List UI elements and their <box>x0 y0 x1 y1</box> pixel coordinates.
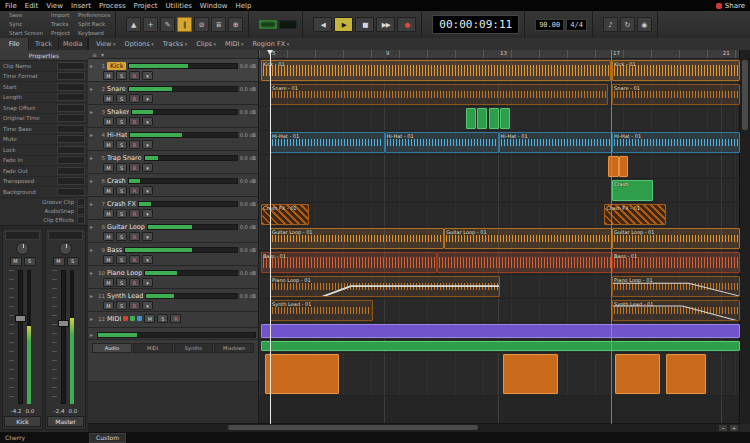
audio-clip[interactable]: Guitar Loop - 01 <box>270 228 444 249</box>
solo-button[interactable]: S <box>116 278 127 287</box>
lane-hihat[interactable]: Hi-Hat - 01 Hi-Hat - 01 Hi-Hat - 01 Hi-H… <box>259 131 740 155</box>
track-gain[interactable]: 0.0 dB <box>240 270 256 276</box>
tab-file[interactable]: File <box>0 38 29 50</box>
stop-button[interactable]: ■ <box>355 17 374 32</box>
track-gain[interactable]: 0.0 dB <box>240 178 256 184</box>
mute-button[interactable]: M <box>103 255 114 264</box>
pan-knob[interactable] <box>16 242 29 255</box>
prop-value-field[interactable] <box>57 62 85 70</box>
track-manager-icon[interactable]: ≡ <box>92 51 97 58</box>
tracks-button[interactable]: Tracks <box>51 21 70 28</box>
filter-tab-synths[interactable]: Synths <box>174 343 214 353</box>
now-time-display[interactable]: 00:00:09:11 <box>432 15 519 34</box>
time-signature-display[interactable]: 4/4 <box>566 19 587 31</box>
vertical-scrollbar-thumb[interactable] <box>742 60 748 130</box>
mute-button[interactable]: M <box>103 209 114 218</box>
fx-bin[interactable] <box>48 231 83 240</box>
audio-clip[interactable]: Guitar Loop - 01 <box>444 228 612 249</box>
menu-view[interactable]: View <box>46 2 63 10</box>
mute-button[interactable]: M <box>103 117 114 126</box>
import-button[interactable]: Import <box>51 12 70 19</box>
playhead-marker[interactable] <box>267 50 273 55</box>
expand-icon[interactable]: ▸ <box>90 62 95 69</box>
audio-clip[interactable]: Piano Loop - 01 <box>270 276 500 297</box>
audio-clip[interactable] <box>615 354 660 394</box>
filter-tab-mixdown[interactable]: Mixdown <box>214 343 254 353</box>
arm-button[interactable]: R <box>129 117 140 126</box>
volume-fader[interactable] <box>4 268 41 407</box>
track-gain[interactable]: 0.0 dB <box>240 224 256 230</box>
edit-cursor-line[interactable] <box>611 50 612 424</box>
start-screen-button[interactable]: Start Screen <box>9 30 43 37</box>
solo-button[interactable]: S <box>116 117 127 126</box>
track-name[interactable]: Shaker <box>107 108 129 116</box>
menu-project[interactable]: Project <box>134 2 158 10</box>
audio-clip[interactable]: Piano Loop - 01 <box>612 276 740 297</box>
io-dropdown-icon[interactable]: ▾ <box>142 255 153 264</box>
io-dropdown-icon[interactable]: ▾ <box>142 71 153 80</box>
track-header-guitarloop[interactable]: ▸8Guitar Loop0.0 dB MSR▾ <box>88 220 258 243</box>
menu-tv-midi[interactable]: MIDI <box>225 40 244 48</box>
fast-forward-button[interactable]: ▶▶ <box>376 17 395 32</box>
solo-button[interactable]: S <box>116 140 127 149</box>
vertical-scrollbar[interactable] <box>739 50 750 424</box>
lane-snare[interactable]: Snare - 01 Snare - 01 <box>259 83 740 107</box>
lane-kick[interactable]: Kick - 01 Kick - 01 <box>259 59 740 83</box>
fx-bin[interactable] <box>5 231 40 240</box>
lane-midi[interactable] <box>259 323 740 340</box>
audio-clip[interactable] <box>265 354 339 394</box>
pan-knob[interactable] <box>59 242 72 255</box>
menu-file[interactable]: File <box>5 2 17 10</box>
lane-guitarloop[interactable]: Guitar Loop - 01 Guitar Loop - 01 Guitar… <box>259 227 740 251</box>
lane-shaker[interactable] <box>259 107 740 131</box>
prop-value-field[interactable] <box>57 177 85 185</box>
track-header-kick[interactable]: ▸1Kick0.0 dB MSR▾ <box>88 59 258 82</box>
track-gain[interactable]: 0.0 dB <box>240 63 256 69</box>
track-name[interactable]: Synth Lead <box>107 292 143 300</box>
io-dropdown-icon[interactable]: ▾ <box>142 163 153 172</box>
expand-icon[interactable]: ▸ <box>90 131 95 138</box>
strip-solo-button[interactable]: S <box>67 257 79 266</box>
lane-synthlead[interactable]: Synth Lead - 01 Synth Lead - 01 <box>259 299 740 323</box>
audio-clip[interactable]: Hi-Hat - 01 <box>270 132 385 153</box>
audio-clip[interactable]: Kick - 01 <box>261 60 611 81</box>
audiosnap-checkbox[interactable] <box>77 207 85 215</box>
audio-clip[interactable] <box>666 354 706 394</box>
audio-clip[interactable]: Hi-Hat - 01 <box>499 132 613 153</box>
record-button[interactable]: ● <box>397 17 416 32</box>
prop-value-field[interactable] <box>57 83 85 91</box>
midi-clip[interactable] <box>466 108 476 129</box>
lane-folder-green[interactable] <box>259 340 740 353</box>
track-gain[interactable]: 0.0 dB <box>240 201 256 207</box>
track-gain[interactable]: 0.0 dB <box>240 109 256 115</box>
menu-tv-regionfx[interactable]: Region FX <box>253 40 290 48</box>
strip-name[interactable]: Kick <box>4 416 40 427</box>
audio-clip[interactable]: Bass - 01 <box>612 252 740 273</box>
io-dropdown-icon[interactable]: ▾ <box>142 278 153 287</box>
menu-tv-view[interactable]: View <box>96 40 116 48</box>
menu-insert[interactable]: Insert <box>71 2 91 10</box>
prop-value-field[interactable] <box>57 156 85 164</box>
audio-clip[interactable]: Synth Lead - 01 <box>270 300 373 321</box>
solo-button[interactable]: S <box>116 255 127 264</box>
arm-button[interactable]: R <box>129 94 140 103</box>
loop-icon[interactable]: ↻ <box>620 17 635 32</box>
prop-value-field[interactable] <box>57 72 85 80</box>
track-gain[interactable]: 0.0 dB <box>240 132 256 138</box>
split-rack-button[interactable]: Split Rack <box>78 21 110 28</box>
audio-clip[interactable]: Hi-Hat - 01 <box>385 132 499 153</box>
preferences-button[interactable]: Preferences <box>78 12 110 19</box>
audio-clip[interactable]: Synth Lead - 01 <box>612 300 740 321</box>
punch-icon[interactable]: ◉ <box>637 17 652 32</box>
arm-button[interactable]: R <box>129 278 140 287</box>
arm-button[interactable]: R <box>129 301 140 310</box>
solo-button[interactable]: S <box>116 301 127 310</box>
arm-button[interactable]: R <box>129 232 140 241</box>
io-dropdown-icon[interactable]: ▾ <box>142 140 153 149</box>
prop-value-field[interactable] <box>57 104 85 112</box>
groove-clip-checkbox[interactable] <box>77 198 85 206</box>
track-name[interactable]: Bass <box>107 246 122 254</box>
expand-icon[interactable]: ▸ <box>90 223 95 230</box>
timing-tool-icon[interactable]: ≣ <box>211 17 226 32</box>
track-header-crash[interactable]: ▸6Crash0.0 dB MSR▾ <box>88 174 258 197</box>
